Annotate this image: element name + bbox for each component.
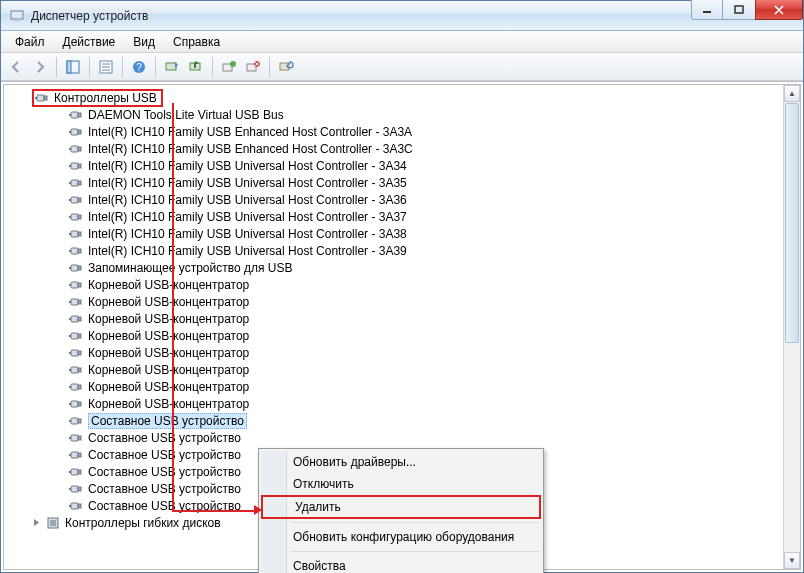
svg-rect-55 [71, 299, 78, 305]
svg-rect-56 [78, 300, 81, 304]
device-item[interactable]: Корневой USB-концентратор [8, 310, 800, 327]
device-item[interactable]: Корневой USB-концентратор [8, 344, 800, 361]
svg-rect-24 [69, 114, 71, 116]
svg-rect-66 [69, 352, 71, 354]
vertical-scrollbar[interactable]: ▲ ▼ [783, 85, 800, 569]
device-item[interactable]: Intel(R) ICH10 Family USB Enhanced Host … [8, 140, 800, 157]
usb-device-icon [68, 311, 84, 327]
svg-rect-0 [11, 11, 23, 19]
device-label: Intel(R) ICH10 Family USB Universal Host… [88, 210, 407, 224]
update-driver-button[interactable] [185, 56, 207, 78]
svg-rect-49 [71, 265, 78, 271]
annotation-arrowhead [254, 505, 262, 515]
toolbar: ? [1, 53, 803, 81]
scan-button-2[interactable] [275, 56, 297, 78]
svg-text:?: ? [136, 62, 142, 73]
svg-rect-51 [69, 267, 71, 269]
device-item[interactable]: Intel(R) ICH10 Family USB Universal Host… [8, 174, 800, 191]
menu-file[interactable]: Файл [7, 33, 53, 51]
device-item[interactable]: Intel(R) ICH10 Family USB Universal Host… [8, 208, 800, 225]
svg-rect-28 [71, 146, 78, 152]
device-item[interactable]: Intel(R) ICH10 Family USB Universal Host… [8, 157, 800, 174]
usb-device-icon [68, 413, 84, 429]
ctx-scan-hardware[interactable]: Обновить конфигурацию оборудования [261, 526, 541, 548]
device-item[interactable]: Корневой USB-концентратор [8, 293, 800, 310]
device-item[interactable]: Составное USB устройство [8, 429, 800, 446]
device-item[interactable]: Корневой USB-концентратор [8, 361, 800, 378]
scan-hardware-button[interactable] [161, 56, 183, 78]
svg-rect-3 [735, 6, 743, 13]
window-title: Диспетчер устройств [31, 9, 148, 23]
ctx-update-drivers[interactable]: Обновить драйверы... [261, 451, 541, 473]
svg-rect-81 [69, 437, 71, 439]
scroll-down-button[interactable]: ▼ [784, 552, 800, 569]
show-hide-tree-button[interactable] [62, 56, 84, 78]
tree-category-usb[interactable]: Контроллеры USB [8, 89, 800, 106]
svg-rect-62 [78, 334, 81, 338]
device-item[interactable]: DAEMON Tools Lite Virtual USB Bus [8, 106, 800, 123]
device-label: Корневой USB-концентратор [88, 278, 249, 292]
ctx-disable[interactable]: Отключить [261, 473, 541, 495]
usb-device-icon [68, 226, 84, 242]
svg-rect-74 [78, 402, 81, 406]
enable-button[interactable] [218, 56, 240, 78]
device-label: Корневой USB-концентратор [88, 329, 249, 343]
maximize-button[interactable] [723, 0, 755, 20]
device-item[interactable]: Intel(R) ICH10 Family USB Universal Host… [8, 191, 800, 208]
device-item[interactable]: Составное USB устройство [8, 412, 800, 429]
usb-device-icon [68, 379, 84, 395]
device-item[interactable]: Корневой USB-концентратор [8, 378, 800, 395]
svg-rect-60 [69, 318, 71, 320]
menu-view[interactable]: Вид [125, 33, 163, 51]
device-label: Составное USB устройство [88, 482, 241, 496]
ctx-properties[interactable]: Свойства [261, 555, 541, 573]
svg-rect-58 [71, 316, 78, 322]
svg-rect-36 [69, 182, 71, 184]
expand-icon[interactable] [32, 518, 41, 527]
svg-rect-95 [50, 520, 56, 526]
help-button[interactable]: ? [128, 56, 150, 78]
svg-rect-90 [69, 488, 71, 490]
device-item[interactable]: Запоминающее устройство для USB [8, 259, 800, 276]
usb-device-icon [68, 175, 84, 191]
svg-point-15 [230, 61, 236, 67]
svg-rect-20 [44, 96, 47, 100]
device-label: Intel(R) ICH10 Family USB Universal Host… [88, 193, 407, 207]
device-label: Intel(R) ICH10 Family USB Universal Host… [88, 176, 407, 190]
device-label: Intel(R) ICH10 Family USB Universal Host… [88, 244, 407, 258]
device-item[interactable]: Корневой USB-концентратор [8, 395, 800, 412]
svg-rect-61 [71, 333, 78, 339]
device-label: Intel(R) ICH10 Family USB Universal Host… [88, 227, 407, 241]
svg-rect-89 [78, 487, 81, 491]
device-item[interactable]: Intel(R) ICH10 Family USB Universal Host… [8, 242, 800, 259]
device-label: Запоминающее устройство для USB [88, 261, 292, 275]
device-label: Intel(R) ICH10 Family USB Universal Host… [88, 159, 407, 173]
scrollbar-thumb[interactable] [785, 103, 799, 343]
svg-rect-29 [78, 147, 81, 151]
close-button[interactable] [755, 0, 803, 20]
device-item[interactable]: Intel(R) ICH10 Family USB Universal Host… [8, 225, 800, 242]
device-item[interactable]: Корневой USB-концентратор [8, 327, 800, 344]
device-item[interactable]: Intel(R) ICH10 Family USB Enhanced Host … [8, 123, 800, 140]
svg-rect-64 [71, 350, 78, 356]
svg-rect-12 [166, 63, 176, 70]
usb-device-icon [68, 209, 84, 225]
scroll-up-button[interactable]: ▲ [784, 85, 800, 102]
svg-rect-78 [69, 420, 71, 422]
menu-help[interactable]: Справка [165, 33, 228, 51]
uninstall-button[interactable] [242, 56, 264, 78]
device-label: Составное USB устройство [88, 431, 241, 445]
svg-rect-65 [78, 351, 81, 355]
svg-rect-79 [71, 435, 78, 441]
svg-rect-82 [71, 452, 78, 458]
menu-action[interactable]: Действие [55, 33, 124, 51]
minimize-button[interactable] [691, 0, 723, 20]
device-label: Корневой USB-концентратор [88, 295, 249, 309]
svg-rect-93 [69, 505, 71, 507]
properties-button[interactable] [95, 56, 117, 78]
svg-rect-57 [69, 301, 71, 303]
svg-rect-33 [69, 165, 71, 167]
ctx-uninstall[interactable]: Удалить [261, 495, 541, 519]
device-item[interactable]: Корневой USB-концентратор [8, 276, 800, 293]
usb-device-icon [68, 192, 84, 208]
